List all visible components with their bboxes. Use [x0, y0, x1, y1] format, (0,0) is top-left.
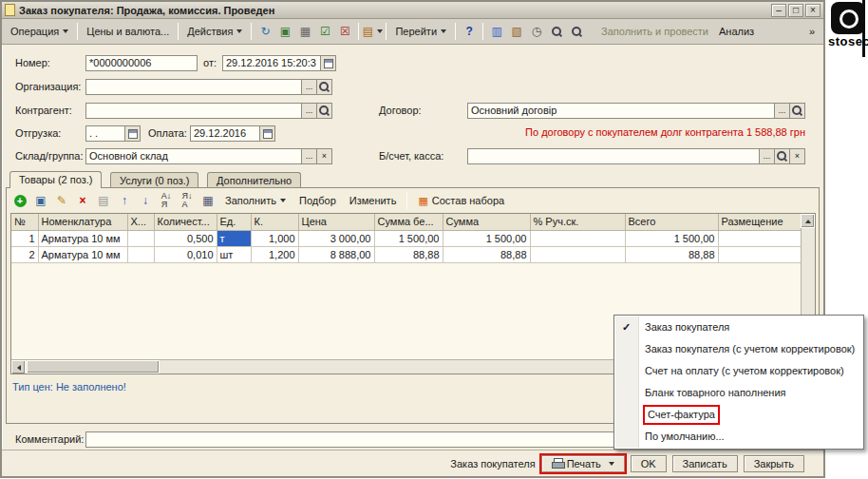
save-button[interactable]: Записать — [672, 455, 738, 472]
cell[interactable]: 1 — [11, 230, 38, 246]
price-type-link[interactable]: Тип цен: Не заполнено! — [12, 381, 126, 393]
timer-button[interactable]: ◷ — [527, 22, 546, 41]
totals-button[interactable]: ▦ — [198, 191, 217, 210]
clear-button[interactable]: × — [789, 149, 804, 163]
column-header[interactable]: Х... — [127, 214, 154, 230]
goto-menu-button[interactable]: Перейти — [390, 23, 451, 40]
save-document-button[interactable]: ▦ — [295, 22, 314, 41]
cell[interactable] — [718, 246, 802, 262]
prices-currency-button[interactable]: Цены и валюта... — [82, 23, 174, 40]
column-header[interactable]: Сумма бе... — [374, 214, 443, 230]
find-in-list-button[interactable] — [547, 22, 566, 41]
fill-menu-button[interactable]: Заполнить — [219, 193, 292, 208]
shipping-date-field[interactable]: . . — [85, 125, 141, 142]
open-button[interactable] — [316, 104, 331, 118]
choose-button[interactable]: ... — [301, 80, 316, 94]
choose-button[interactable]: ... — [774, 104, 789, 118]
cell[interactable] — [718, 230, 802, 246]
column-header[interactable]: Сумма — [443, 214, 530, 230]
cell[interactable]: 1 500,00 — [443, 230, 530, 246]
cell[interactable] — [530, 246, 625, 262]
close-form-button[interactable]: Закрыть — [744, 455, 804, 472]
help-button[interactable]: ? — [460, 22, 479, 41]
add-row-button[interactable] — [10, 191, 29, 210]
maximize-button[interactable]: □ — [788, 4, 803, 17]
contract-field[interactable]: Основний договір ... — [467, 103, 805, 119]
copy-row-button[interactable]: ▣ — [31, 191, 50, 210]
cell[interactable]: 1,000 — [251, 230, 298, 246]
open-button[interactable] — [774, 149, 789, 163]
tab-additional[interactable]: Дополнительно — [207, 172, 301, 188]
date-field[interactable]: 29.12.2016 15:20:3 — [222, 55, 336, 71]
move-up-button[interactable]: ↑ — [115, 191, 134, 210]
delete-row-button[interactable]: × — [73, 191, 92, 210]
sort-asc-button[interactable]: А↓Я — [157, 191, 176, 210]
menu-item-goods-blank[interactable]: Бланк товарного наполнения — [614, 382, 863, 404]
cell[interactable]: 8 888,00 — [298, 246, 374, 262]
refresh-button[interactable]: ↻ — [255, 22, 274, 41]
column-header[interactable]: Номенклатура — [38, 214, 127, 230]
table-row[interactable]: 2 Арматура 10 мм 0,010 шт 1,200 8 888,00… — [11, 246, 802, 262]
print-button[interactable]: Печать — [541, 455, 625, 472]
choose-button[interactable]: ... — [759, 149, 774, 163]
menu-item-customer-order[interactable]: Заказ покупателя — [614, 316, 863, 338]
column-header[interactable]: Размещение — [718, 214, 802, 230]
menu-item-invoice-for-payment[interactable]: Счет на оплату (с учетом корректировок) — [614, 360, 863, 382]
structure-button[interactable]: ▥ — [487, 22, 506, 41]
cell[interactable]: Арматура 10 мм — [38, 246, 127, 262]
menu-item-customer-order-corrections[interactable]: Заказ покупателя (с учетом корректировок… — [614, 338, 863, 360]
cell[interactable] — [530, 230, 625, 246]
change-button[interactable]: Изменить — [344, 193, 403, 208]
pick-button[interactable]: Подбор — [293, 193, 342, 208]
levels-button[interactable]: ▤ — [94, 191, 113, 210]
calendar-button[interactable] — [259, 126, 274, 141]
menu-item-by-default[interactable]: По умолчанию... — [614, 426, 863, 448]
minimize-button[interactable]: – — [771, 4, 786, 17]
cell[interactable]: 1,200 — [251, 246, 298, 262]
open-button[interactable] — [789, 104, 804, 118]
report-button[interactable]: ▧ — [507, 22, 526, 41]
cell[interactable]: 88,88 — [374, 246, 443, 262]
cell[interactable]: 3 000,00 — [298, 230, 374, 246]
column-header[interactable]: Всего — [625, 214, 718, 230]
set-content-button[interactable]: ▦Состав набора — [412, 193, 510, 209]
column-header[interactable]: К. — [251, 214, 298, 230]
analysis-button[interactable]: Анализ — [714, 23, 759, 40]
warehouse-field[interactable]: Основной склад ... × — [85, 148, 332, 164]
table-row[interactable]: 1 Арматура 10 мм 0,500 т 1,000 3 000,00 … — [11, 230, 802, 246]
organization-field[interactable]: ... — [85, 79, 332, 95]
account-field[interactable]: ... × — [467, 148, 805, 164]
scrollbar-thumb[interactable] — [27, 360, 160, 374]
scroll-left-button[interactable] — [11, 360, 26, 374]
fill-and-post-button[interactable]: Заполнить и провести — [596, 23, 713, 40]
payment-date-field[interactable]: 29.12.2016 — [190, 125, 275, 142]
open-button[interactable] — [316, 80, 331, 94]
number-field[interactable]: *0000000006 — [85, 55, 198, 71]
tab-services[interactable]: Услуги (0 поз.) — [110, 172, 198, 188]
cell[interactable]: 88,88 — [625, 246, 718, 262]
column-header[interactable]: Ед. — [217, 214, 251, 230]
column-header[interactable]: Количест... — [154, 214, 217, 230]
calendar-button[interactable] — [320, 56, 335, 70]
tab-goods[interactable]: Товары (2 поз.) — [9, 171, 102, 188]
ok-button[interactable]: OK — [631, 455, 667, 472]
cell[interactable]: 88,88 — [443, 246, 530, 262]
menu-item-tax-invoice[interactable]: Счет-фактура — [614, 404, 863, 426]
calendar-button[interactable] — [124, 126, 140, 141]
column-header[interactable]: Цена — [298, 214, 374, 230]
move-down-button[interactable]: ↓ — [136, 191, 155, 210]
choose-button[interactable]: ... — [301, 149, 316, 163]
column-header[interactable]: № — [11, 214, 38, 230]
contragent-field[interactable]: ... — [85, 103, 332, 119]
create-on-base-button[interactable]: ▤ — [363, 22, 382, 41]
sort-desc-button[interactable]: Я↓А — [178, 191, 197, 210]
toolbar-overflow-button[interactable]: » — [804, 23, 820, 40]
cell[interactable]: 1 500,00 — [625, 230, 718, 246]
cell[interactable]: 2 — [11, 246, 38, 262]
title-bar[interactable]: Заказ покупателя: Продажа, комиссия. Про… — [2, 2, 823, 19]
selected-cell[interactable]: т — [217, 230, 251, 246]
column-header[interactable]: % Руч.ск. — [530, 214, 625, 230]
cell[interactable]: Арматура 10 мм — [38, 230, 127, 246]
cell[interactable]: шт — [217, 246, 251, 262]
choose-button[interactable]: ... — [301, 104, 316, 118]
